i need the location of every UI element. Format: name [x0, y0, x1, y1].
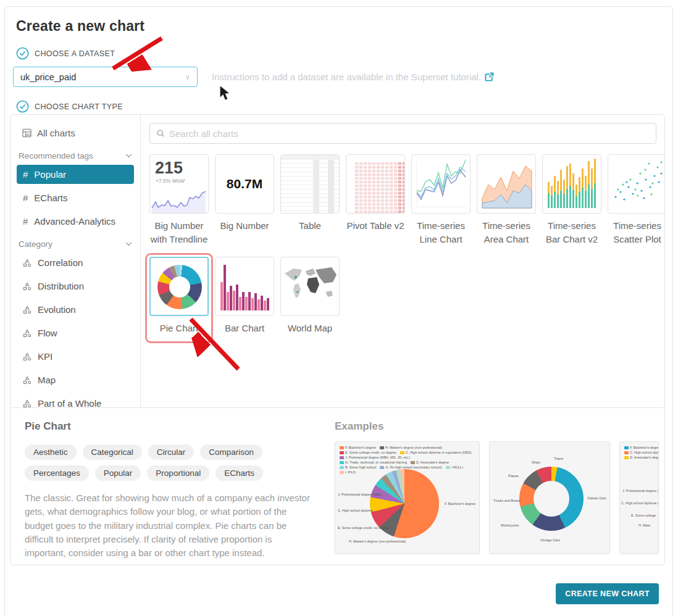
world-map-art — [281, 257, 339, 315]
chart-type-label: Bar Chart — [215, 322, 274, 335]
chart-type-label: Big Number with Trendline — [149, 219, 209, 246]
page-title: Create a new chart — [16, 18, 672, 35]
chart-type-label: Pivot Table v2 — [346, 219, 405, 233]
area-chart-art — [477, 155, 535, 213]
tag-pill: Comparison — [200, 444, 262, 460]
sidebar-item-evolution[interactable]: Evolution — [17, 300, 134, 319]
chart-thumbnail — [280, 257, 340, 316]
example-thumbnail-donut[interactable]: Trains Ships Planes Trucks and Buses Mot… — [489, 441, 610, 554]
chart-thumbnail — [215, 257, 274, 316]
big-number-subtext: +7.0% WoW — [150, 177, 208, 184]
external-link-icon[interactable] — [485, 72, 494, 81]
tag-pill: Aesthetic — [25, 444, 77, 460]
detail-tags: Aesthetic Categorical Circular Compariso… — [25, 444, 290, 481]
chart-type-label: Pie Chart — [149, 322, 209, 335]
category-icon — [23, 282, 31, 291]
check-circle-icon — [16, 100, 29, 113]
chart-thumbnail — [411, 154, 471, 214]
tag-pill: Popular — [95, 465, 141, 481]
chart-type-card-ts-area[interactable]: Time-series Area Chart — [477, 154, 536, 246]
detail-chart-title: Pie Chart — [25, 420, 314, 433]
example-thumbnail-cut[interactable]: F. Bachelor's degre C. High school diplo… — [619, 441, 659, 554]
chart-type-label: Big Number — [215, 219, 274, 233]
chart-type-label: Time-series Line Chart — [411, 219, 471, 246]
hash-icon: # — [23, 216, 28, 227]
sidebar-item-correlation[interactable]: Correlation — [17, 253, 134, 272]
scatter-plot-art — [608, 155, 664, 213]
chart-type-label: Time-series Area Chart — [477, 219, 536, 246]
sidebar-item-popular[interactable]: # Popular — [17, 165, 134, 184]
search-input[interactable] — [169, 128, 650, 139]
chart-thumbnail — [149, 257, 209, 316]
tag-pill: ECharts — [216, 465, 263, 481]
hash-icon: # — [23, 169, 28, 180]
tag-pill: Proportional — [147, 465, 209, 481]
chart-thumbnail: 80.7M — [215, 154, 274, 214]
chart-type-card-bar[interactable]: Bar Chart — [215, 257, 274, 335]
chart-thumbnail — [346, 154, 405, 214]
sidebar-item-advanced-analytics[interactable]: # Advanced-Analytics — [17, 212, 134, 231]
sidebar-section-category[interactable]: Category — [19, 239, 132, 249]
category-icon — [23, 376, 31, 385]
sidebar-item-map[interactable]: Map — [17, 370, 134, 389]
big-number-value: 215 — [150, 155, 208, 177]
sidebar-item-all-charts[interactable]: All charts — [17, 123, 134, 143]
chart-type-card-pivot-table[interactable]: Pivot Table v2 — [346, 154, 405, 233]
chevron-down-icon: ∨ — [185, 73, 190, 81]
chart-thumbnail — [477, 154, 536, 214]
example-donut-art — [519, 467, 584, 531]
chart-type-card-ts-scatter[interactable]: Time-series Scatter Plot — [608, 154, 664, 246]
chart-type-label: Time-series Scatter Plot — [608, 219, 664, 246]
category-icon — [23, 306, 31, 314]
chart-cards-area: 215 +7.0% WoW Big Number with Trendline … — [141, 115, 664, 407]
sidebar-item-flow[interactable]: Flow — [17, 323, 134, 343]
category-icon — [23, 352, 31, 361]
create-new-chart-button[interactable]: CREATE NEW CHART — [556, 583, 659, 604]
chart-type-card-big-number-trendline[interactable]: 215 +7.0% WoW Big Number with Trendline — [149, 154, 209, 246]
chart-detail-section: Pie Chart Aesthetic Categorical Circular… — [10, 407, 664, 565]
chart-type-chooser: All charts Recommended tags # Popular # … — [10, 114, 665, 565]
chevron-down-icon — [125, 242, 132, 246]
dataset-instructions: Instructions to add a dataset are availa… — [212, 72, 494, 82]
category-icon — [23, 329, 31, 338]
sidebar-section-recommended-tags[interactable]: Recommended tags — [19, 151, 132, 160]
chart-type-card-table[interactable]: Table — [280, 154, 340, 233]
bar-chart-art — [216, 257, 274, 315]
category-icon — [23, 399, 31, 408]
dataset-select-value: uk_price_paid — [20, 72, 76, 82]
chart-type-card-pie[interactable]: Pie Chart — [149, 257, 209, 335]
chart-type-label: Table — [280, 219, 340, 233]
sidebar-item-distribution[interactable]: Distribution — [17, 277, 134, 296]
tag-pill: Percentages — [25, 465, 89, 481]
chart-thumbnail: 215 +7.0% WoW — [149, 154, 209, 214]
chart-type-card-world-map[interactable]: World Map — [280, 257, 340, 335]
chart-type-card-big-number[interactable]: 80.7M Big Number — [215, 154, 274, 233]
search-charts-box — [149, 123, 656, 144]
choose-chart-type-label: CHOOSE CHART TYPE — [35, 102, 123, 111]
big-number-value: 80.7M — [216, 155, 274, 213]
choose-dataset-label: CHOOSE A DATASET — [35, 49, 115, 58]
examples-title: Examples — [335, 420, 664, 433]
sidebar-item-kpi[interactable]: KPI — [17, 347, 134, 366]
table-icon — [22, 128, 31, 138]
dataset-select[interactable]: uk_price_paid ∨ — [13, 67, 198, 87]
sidebar-item-echarts[interactable]: # ECharts — [17, 188, 134, 207]
chart-thumbnail — [608, 154, 664, 214]
create-chart-panel: Create a new chart CHOOSE A DATASET uk_p… — [4, 6, 673, 616]
hash-icon: # — [23, 193, 28, 203]
sidebar-item-part-of-a-whole[interactable]: Part of a Whole — [17, 394, 134, 407]
detail-description: The classic. Great for showing how much … — [25, 491, 310, 560]
step-chart-type: CHOOSE CHART TYPE — [16, 100, 672, 113]
category-icon — [23, 259, 31, 267]
chart-type-label: World Map — [280, 322, 340, 335]
chart-type-label: Time-series Bar Chart v2 — [542, 219, 601, 246]
chart-thumbnail — [542, 154, 601, 214]
chart-type-card-ts-line[interactable]: Time-series Line Chart — [411, 154, 471, 246]
chart-thumbnail — [280, 154, 340, 214]
example-thumbnail-pie[interactable]: F. Bachelor's degree H. Master's degree … — [335, 441, 480, 554]
chart-type-card-ts-bar[interactable]: Time-series Bar Chart v2 — [542, 154, 601, 246]
bar-chart-art — [543, 155, 601, 213]
line-chart-art — [412, 155, 470, 213]
tag-pill: Categorical — [83, 444, 142, 460]
search-icon — [156, 129, 165, 138]
